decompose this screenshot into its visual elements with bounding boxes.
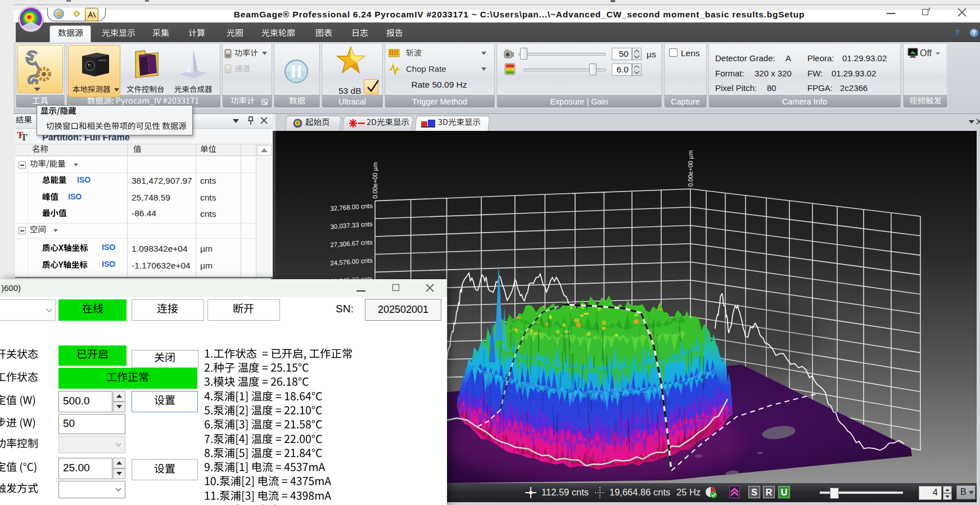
svg-text:0.00e+00 µm: 0.00e+00 µm	[372, 162, 378, 199]
svg-text:0.00e+00 µm: 0.00e+00 µm	[687, 151, 694, 187]
svg-text:T: T	[21, 132, 28, 142]
